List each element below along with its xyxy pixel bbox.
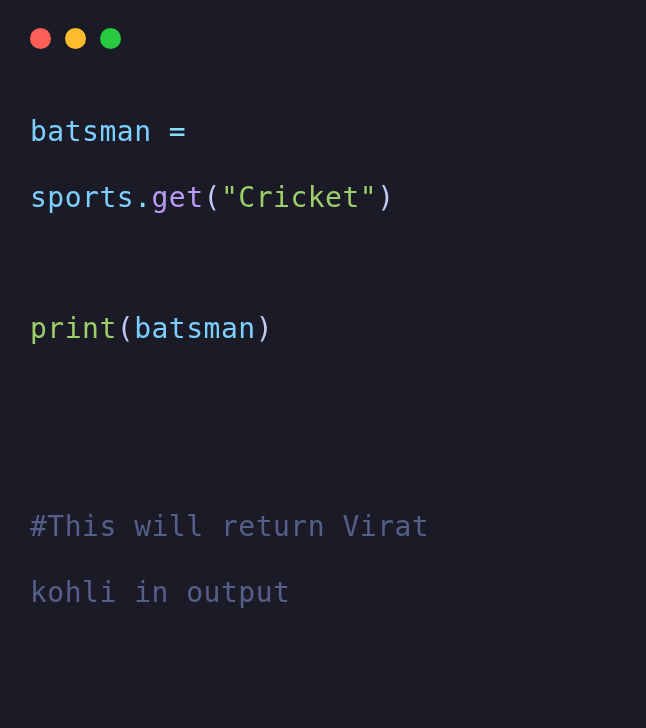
blank-line (30, 231, 616, 297)
paren-token: ( (117, 312, 134, 345)
comment-token: #This will return Virat (30, 510, 447, 543)
comment-line: kohli in output (30, 560, 616, 626)
string-token: "Cricket" (221, 181, 377, 214)
object-token: sports (30, 181, 134, 214)
comment-line: #This will return Virat (30, 494, 616, 560)
code-window: batsman = sports.get("Cricket") print(ba… (0, 0, 646, 728)
paren-token: ( (204, 181, 221, 214)
comment-token: kohli in output (30, 576, 290, 609)
minimize-icon[interactable] (65, 28, 86, 49)
paren-token: ) (377, 181, 394, 214)
method-token: get (152, 181, 204, 214)
window-titlebar (0, 0, 646, 69)
blank-line (30, 362, 616, 428)
blank-line (30, 428, 616, 494)
operator-token: = (152, 115, 204, 148)
code-line: print(batsman) (30, 296, 616, 362)
maximize-icon[interactable] (100, 28, 121, 49)
variable-token: batsman (30, 115, 152, 148)
paren-token: ) (256, 312, 273, 345)
dot-token: . (134, 181, 151, 214)
code-line: sports.get("Cricket") (30, 165, 616, 231)
function-token: print (30, 312, 117, 345)
code-line: batsman = (30, 99, 616, 165)
argument-token: batsman (134, 312, 256, 345)
close-icon[interactable] (30, 28, 51, 49)
code-editor[interactable]: batsman = sports.get("Cricket") print(ba… (0, 69, 646, 655)
